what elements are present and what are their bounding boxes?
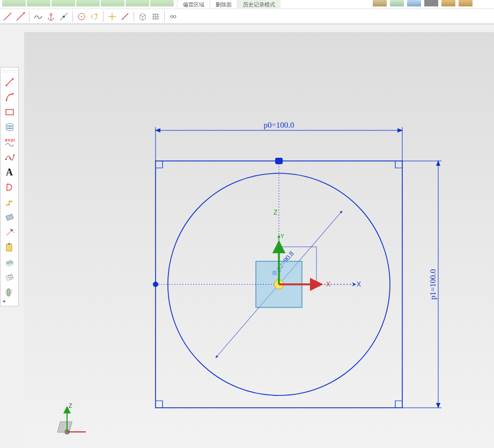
circle-center-icon[interactable] — [76, 11, 87, 22]
point-icon[interactable] — [2, 225, 17, 239]
svg-line-26 — [9, 201, 12, 205]
left-tool-palette: XYZ= A ◄ — [0, 67, 19, 306]
text-icon[interactable]: A — [2, 165, 17, 179]
line-icon[interactable] — [2, 75, 17, 89]
svg-point-2 — [24, 12, 25, 13]
svg-point-8 — [81, 16, 82, 17]
palette-expand-icon[interactable]: ◄ — [2, 300, 5, 304]
revolve-icon[interactable] — [2, 285, 17, 299]
svg-rect-31 — [8, 243, 10, 245]
sketch-canvas[interactable]: p0=100.0 p1=100.0 Φ p2=90.8 — [24, 32, 494, 448]
svg-rect-18 — [6, 109, 13, 115]
mesh-icon[interactable] — [2, 270, 17, 284]
diag-line-icon[interactable] — [120, 11, 130, 22]
ribbon-cmd-history-mode[interactable]: 历史记录模式 — [237, 0, 281, 9]
palette-grip[interactable] — [2, 70, 18, 73]
cube-icon[interactable] — [137, 11, 148, 22]
svg-point-23 — [5, 159, 6, 160]
aux1-icon[interactable] — [441, 0, 455, 6]
ribbon-icon-group — [0, 0, 174, 9]
xyz-curve-icon[interactable]: XYZ= — [2, 135, 17, 149]
svg-line-12 — [122, 13, 128, 20]
line2-constraint-icon[interactable] — [15, 11, 26, 22]
perp-marker-br — [395, 401, 402, 408]
add-part-icon[interactable] — [407, 0, 421, 6]
assembly-icon[interactable] — [390, 0, 404, 6]
svg-point-32 — [7, 289, 10, 296]
svg-rect-30 — [6, 244, 12, 251]
svg-point-17 — [12, 93, 13, 95]
wcs-z-label: Z — [274, 209, 277, 216]
svg-line-1 — [17, 13, 24, 20]
wcs-x-label: X — [326, 281, 330, 288]
svg-point-25 — [13, 155, 14, 156]
infinity-icon[interactable] — [168, 11, 179, 22]
grid-icon[interactable] — [150, 11, 161, 22]
svg-point-15 — [12, 78, 13, 80]
sketch-x-label: X — [357, 281, 361, 288]
line-constraint-icon[interactable] — [2, 11, 13, 22]
ribbon-cmd-delete-face[interactable]: 删除面 — [210, 0, 237, 9]
svg-point-16 — [5, 100, 7, 101]
svg-text:XYZ=: XYZ= — [5, 138, 15, 143]
view-orientation-triad[interactable]: X Z — [43, 402, 86, 445]
coil-icon[interactable] — [2, 120, 17, 134]
sketch-viewport[interactable]: p0=100.0 p1=100.0 Φ p2=90.8 — [24, 32, 494, 448]
notch-icon[interactable] — [2, 195, 17, 209]
dim-p0-label[interactable]: p0=100.0 — [263, 121, 294, 129]
svg-point-24 — [9, 158, 11, 159]
surface-icon[interactable] — [2, 210, 17, 224]
profile-icon[interactable] — [2, 180, 17, 194]
spline-icon[interactable] — [2, 150, 17, 164]
svg-line-27 — [6, 230, 12, 236]
sketch-y-label: Y — [281, 233, 284, 239]
view-z-label: Z — [69, 402, 72, 409]
rotate-icon[interactable] — [89, 11, 100, 22]
line-dot-icon[interactable] — [58, 11, 69, 22]
perp-marker-bl — [156, 401, 163, 408]
measure-icon[interactable] — [373, 0, 387, 6]
perp-marker-tr — [395, 161, 402, 168]
svg-line-14 — [6, 79, 13, 85]
constraint-toolbar — [0, 9, 494, 24]
arc-icon[interactable] — [2, 90, 17, 104]
ribbon-cmd-offset-region[interactable]: 偏置区域 — [177, 0, 210, 9]
wave-icon[interactable] — [33, 11, 43, 22]
window-icon[interactable] — [424, 0, 438, 6]
aux2-icon[interactable] — [459, 0, 473, 6]
clip-icon[interactable] — [2, 240, 17, 254]
crosshair-icon[interactable] — [107, 11, 117, 22]
rectangle-icon[interactable] — [2, 105, 17, 119]
dim-p1-label[interactable]: p1=100.0 — [429, 269, 437, 299]
svg-point-3 — [50, 13, 52, 16]
perp-marker-tl — [156, 161, 163, 168]
svg-line-0 — [4, 13, 11, 20]
offset-face-icon[interactable] — [2, 255, 17, 269]
ribbon-right-group — [373, 0, 473, 6]
anchor-icon[interactable] — [46, 11, 56, 22]
svg-point-6 — [63, 16, 65, 18]
